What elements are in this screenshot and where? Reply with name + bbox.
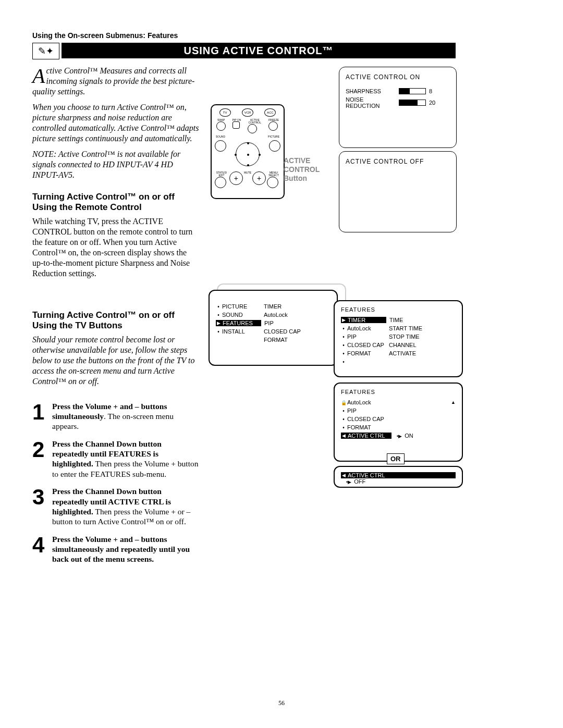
or-label: OR: [387, 453, 405, 464]
sec1-body: While watching TV, press the ACTIVE CONT…: [32, 216, 199, 279]
step-number: 4: [32, 534, 52, 564]
menu-item: AutoLock: [346, 325, 389, 331]
lock-icon: [341, 400, 346, 405]
remote-lbl: ACTIVE CONTROL: [248, 119, 262, 124]
menu-item: INSTALL: [221, 328, 264, 335]
osd-on-title: ACTIVE CONTROL ON: [346, 73, 450, 81]
remote-btn-swap: [216, 121, 226, 131]
menu-value: ON: [405, 433, 413, 439]
remote-dpad: [229, 141, 266, 167]
osd-menu-main: •PICTURETIMER •SOUNDAutoLock ▶FEATURESPI…: [209, 290, 338, 366]
dropcap: A: [32, 66, 46, 84]
step-3: 3 Press the Channel Down button repeated…: [32, 486, 199, 527]
callout-l2: CONTROL: [284, 165, 320, 174]
menu-item-highlight: TIMER: [347, 317, 385, 323]
osd-row-value: 8: [429, 88, 432, 94]
page-number: 56: [0, 699, 563, 707]
remote-callout: ACTIVE CONTROL Button: [284, 156, 331, 182]
menu-subitem: STOP TIME: [389, 334, 456, 340]
remote-illustration: TV VCR ACC SWAP PIP ON ACTIVE CONTROL FR…: [211, 104, 285, 199]
step-4: 4 Press the Volume + and – buttons simul…: [32, 534, 199, 564]
remote-lbl: PIP ON: [232, 119, 241, 121]
callout-l3: Button: [284, 174, 307, 182]
step-1: 1 Press the Volume + and – buttons simul…: [32, 401, 199, 431]
menu-subitem: ACTIVATE: [389, 350, 456, 356]
menu-subitem: TIMER: [264, 303, 331, 310]
breadcrumb: Using the On-screen Submenus: Features: [32, 31, 178, 40]
remote-btn-freeze: [268, 121, 278, 131]
osd-row-value: 20: [429, 100, 435, 106]
remote-btn-picture: [269, 140, 280, 152]
menu-subitem: TIME: [386, 317, 456, 323]
menu-title: FEATURES: [341, 389, 456, 395]
step-number: 2: [32, 439, 52, 479]
intro-p1: ctive Control™ Measures and corrects all…: [32, 66, 194, 96]
remote-lbl: FREEZE: [268, 119, 279, 121]
subhead-remote: Turning Active Control™ on or off Using …: [32, 192, 199, 213]
menu-item: PICTURE: [221, 303, 264, 310]
remote-btn-vcr: VCR: [242, 108, 253, 117]
menu-item-highlight: FEATURES: [222, 320, 260, 326]
osd-active-on: ACTIVE CONTROL ON SHARPNESS 8 NOISE REDU…: [339, 67, 457, 148]
osd-row-label: NOISE REDUCTION: [346, 96, 396, 109]
osd-active-off: ACTIVE CONTROL OFF: [339, 151, 457, 232]
step-number: 1: [32, 401, 52, 431]
remote-lbl: SWAP: [216, 119, 226, 121]
menu-item: SOUND: [221, 312, 264, 318]
remote-btn-status: [215, 177, 226, 188]
intro-p2: When you choose to turn Active Control™ …: [32, 102, 199, 144]
menu-title: FEATURES: [341, 306, 456, 313]
callout-l1: ACTIVE: [284, 156, 310, 165]
menu-item: PIP: [346, 334, 389, 340]
remote-lbl: MUTE: [244, 171, 251, 174]
steps-list: 1 Press the Volume + and – buttons simul…: [32, 401, 199, 564]
remote-lbl: STATUS/ EXIT: [215, 171, 228, 177]
menu-subitem: PIP: [261, 320, 331, 326]
menu-item: FORMAT: [346, 424, 389, 430]
menu-item: PIP: [346, 408, 389, 414]
menu-item: FORMAT: [346, 350, 389, 356]
menu-subitem: FORMAT: [264, 337, 331, 343]
remote-btn-acc: ACC: [264, 108, 276, 117]
menu-item-highlight: ACTIVE CTRL: [347, 433, 390, 439]
menu-value: OFF: [354, 478, 365, 485]
osd-off-title: ACTIVE CONTROL OFF: [346, 158, 450, 165]
subhead-tvbuttons: Turning Active Control™ on or off Using …: [32, 310, 199, 331]
left-column: A ctive Control™ Measures and corrects a…: [32, 66, 199, 572]
section-icon: ✎✦: [32, 43, 59, 59]
page-title: USING ACTIVE CONTROL™: [62, 43, 456, 58]
remote-btn-sound: [215, 140, 226, 152]
step-number: 3: [32, 486, 52, 527]
remote-lbl: SOUND: [216, 135, 225, 138]
menu-item-highlight: ACTIVE CTRL: [347, 472, 390, 478]
remote-btn-plus-l: +: [229, 171, 243, 185]
menu-subitem: AutoLock: [264, 312, 331, 318]
menu-subitem: CLOSED CAP: [264, 328, 331, 335]
intro-note: NOTE: Active Control™ is not available f…: [32, 149, 199, 180]
menu-subitem: START TIME: [389, 325, 456, 331]
osd-menu-features-timer: FEATURES ▶TIMERTIME •AutoLockSTART TIME …: [334, 300, 463, 377]
remote-btn-menu: [267, 177, 278, 188]
remote-lbl: PICTURE: [268, 135, 279, 138]
remote-btn-plus-r: +: [252, 171, 266, 185]
sec2-body: Should your remote control become lost o…: [32, 335, 199, 387]
osd-row-label: SHARPNESS: [346, 88, 396, 94]
osd-menu-active-off: ◀ACTIVE CTRL •▶ OFF: [334, 466, 463, 488]
menu-subitem: CHANNEL: [389, 342, 456, 348]
step-bold: Press the Volume + and – buttons simulta…: [52, 535, 190, 564]
menu-item: CLOSED CAP: [346, 416, 389, 422]
remote-lbl: MENU/ SELECT: [267, 171, 280, 177]
remote-btn-pipon: [232, 121, 240, 129]
remote-btn-active-control: [248, 124, 257, 133]
menu-item: CLOSED CAP: [346, 342, 389, 348]
osd-menu-features-active: FEATURES AutoLock▲ •PIP •CLOSED CAP •FOR…: [334, 382, 463, 462]
menu-item: AutoLock: [346, 399, 389, 405]
remote-btn-tv: TV: [219, 108, 231, 117]
step-2: 2 Press the Channel Down button repeated…: [32, 439, 199, 479]
